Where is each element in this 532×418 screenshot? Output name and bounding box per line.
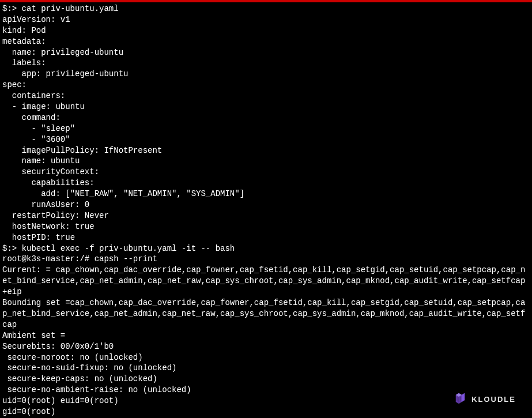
- terminal-line: Bounding set =cap_chown,cap_dac_override…: [2, 298, 530, 330]
- terminal-line: name: privileged-ubuntu: [2, 47, 530, 58]
- terminal-line: Securebits: 00/0x0/1'b0: [2, 341, 530, 352]
- terminal-line: secure-noroot: no (unlocked): [2, 352, 530, 363]
- terminal-line: command:: [2, 112, 530, 123]
- terminal-line: $:> cat priv-ubuntu.yaml: [2, 3, 530, 14]
- terminal-line: containers:: [2, 91, 530, 101]
- terminal-line: restartPolicy: Never: [2, 210, 530, 221]
- terminal-line: hostNetwork: true: [2, 221, 530, 232]
- terminal-line: apiVersion: v1: [2, 14, 530, 25]
- terminal-line: securityContext:: [2, 167, 530, 178]
- terminal-line: runAsUser: 0: [2, 199, 530, 210]
- terminal-line: uid=0(root) euid=0(root): [2, 396, 530, 406]
- terminal-line: - "sleep": [2, 123, 530, 134]
- terminal-line: add: ["NET_RAW", "NET_ADMIN", "SYS_ADMIN…: [2, 189, 530, 199]
- terminal-line: app: privileged-ubuntu: [2, 69, 530, 80]
- terminal-line: Current: = cap_chown,cap_dac_override,ca…: [2, 265, 530, 298]
- kloudle-logo-icon: [454, 391, 467, 408]
- terminal-output[interactable]: $:> cat priv-ubuntu.yamlapiVersion: v1ki…: [0, 2, 532, 418]
- terminal-line: secure-no-suid-fixup: no (unlocked): [2, 363, 530, 374]
- terminal-line: - image: ubuntu: [2, 101, 530, 112]
- terminal-line: - "3600": [2, 134, 530, 145]
- terminal-line: secure-keep-caps: no (unlocked): [2, 374, 530, 385]
- terminal-line: root@k3s-master:/# capsh --print: [2, 254, 530, 265]
- terminal-line: $:> kubectl exec -f priv-ubuntu.yaml -it…: [2, 243, 530, 254]
- terminal-line: Ambient set =: [2, 330, 530, 341]
- terminal-line: capabilities:: [2, 178, 530, 189]
- watermark-text: KLOUDLE: [471, 394, 516, 405]
- terminal-line: metadata:: [2, 36, 530, 47]
- terminal-line: gid=0(root): [2, 406, 530, 417]
- terminal-line: secure-no-ambient-raise: no (unlocked): [2, 385, 530, 396]
- terminal-line: hostPID: true: [2, 232, 530, 243]
- terminal-line: kind: Pod: [2, 25, 530, 36]
- watermark: KLOUDLE: [454, 391, 516, 408]
- terminal-line: imagePullPolicy: IfNotPresent: [2, 145, 530, 156]
- terminal-line: labels:: [2, 58, 530, 69]
- terminal-line: spec:: [2, 80, 530, 91]
- terminal-line: name: ubuntu: [2, 156, 530, 167]
